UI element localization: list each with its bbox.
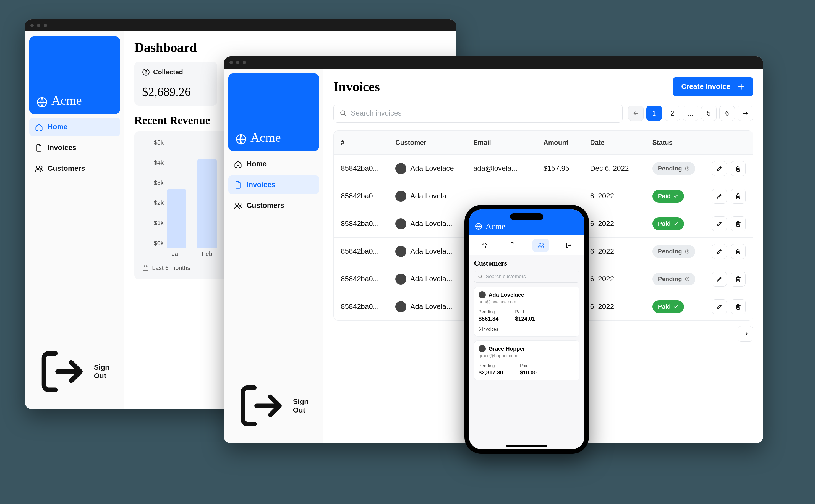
home-icon <box>481 242 488 249</box>
cell-date: 6, 2022 <box>590 219 652 228</box>
check-icon <box>674 194 678 199</box>
avatar <box>395 246 406 257</box>
phone-nav <box>469 235 585 255</box>
pending-label: Pending <box>479 309 499 314</box>
sidebar-item-invoices[interactable]: Invoices <box>228 175 319 194</box>
cell-status: Pending <box>653 245 707 258</box>
document-icon <box>35 144 43 152</box>
delete-button[interactable] <box>731 216 746 231</box>
edit-icon <box>716 303 723 310</box>
pager-page-button[interactable]: 1 <box>646 106 662 121</box>
cell-customer: Ada Lovelace <box>395 163 473 174</box>
calendar-icon <box>142 265 149 271</box>
svg-point-1 <box>36 166 39 169</box>
ytick: $2k <box>142 199 164 206</box>
edit-button[interactable] <box>712 189 727 204</box>
sidebar-item-label: Home <box>48 123 67 131</box>
search-placeholder: Search invoices <box>351 109 402 117</box>
brand-name: Acme <box>51 93 82 108</box>
pager-prev-button[interactable] <box>628 106 644 121</box>
paid-label: Paid <box>515 309 535 314</box>
sign-out-button[interactable]: Sign Out <box>228 374 319 438</box>
revenue-bar <box>197 159 217 248</box>
cell-customer: Ada Lovela... <box>395 274 473 285</box>
cell-status: Paid <box>653 300 707 313</box>
create-invoice-button[interactable]: Create Invoice <box>673 77 753 96</box>
delete-button[interactable] <box>731 244 746 259</box>
arrow-right-icon <box>742 110 748 116</box>
nav-signout[interactable] <box>560 239 577 252</box>
edit-button[interactable] <box>712 244 727 259</box>
delete-button[interactable] <box>731 161 746 176</box>
collected-card: Collected $2,689.26 <box>134 62 217 106</box>
sidebar-item-label: Invoices <box>247 180 275 189</box>
paid-label: Paid <box>520 363 537 368</box>
cell-date: Dec 6, 2022 <box>590 164 652 173</box>
delete-button[interactable] <box>731 272 746 287</box>
cell-customer: Ada Lovela... <box>395 246 473 257</box>
sidebar-item-label: Customers <box>48 164 85 173</box>
document-icon <box>509 242 516 249</box>
delete-button[interactable] <box>731 189 746 204</box>
cell-customer: Ada Lovela... <box>395 301 473 312</box>
pager-page-button[interactable]: 2 <box>665 106 680 121</box>
clock-icon <box>685 166 690 171</box>
svg-point-11 <box>539 243 541 245</box>
sidebar: Acme Home Invoices Customers Sign Out <box>224 69 323 443</box>
sidebar-item-home[interactable]: Home <box>228 155 319 173</box>
window-dot <box>243 61 246 64</box>
brand-tile: Acme <box>29 36 120 114</box>
ytick: $0k <box>142 240 164 247</box>
pager-page-button[interactable]: ... <box>683 106 698 121</box>
search-input[interactable]: Search invoices <box>333 104 623 123</box>
pending-label: Pending <box>479 363 503 368</box>
trash-icon <box>735 193 741 199</box>
edit-button[interactable] <box>712 161 727 176</box>
edit-icon <box>716 193 723 199</box>
sign-out-label: Sign Out <box>94 363 114 380</box>
pager-next-button[interactable] <box>738 326 753 342</box>
xtick: Jan <box>172 250 181 258</box>
xtick: Feb <box>202 250 212 258</box>
sidebar-item-home[interactable]: Home <box>29 118 120 136</box>
phone-notch <box>510 213 543 220</box>
sign-out-button[interactable]: Sign Out <box>29 339 120 404</box>
customer-email: grace@hopper.com <box>479 353 575 358</box>
arrow-left-icon <box>633 110 639 116</box>
cell-id: 85842ba0... <box>341 164 395 173</box>
edit-icon <box>716 165 723 172</box>
delete-button[interactable] <box>731 299 746 314</box>
sidebar-item-label: Invoices <box>48 143 76 152</box>
col-header: # <box>341 139 395 146</box>
clock-icon <box>685 277 690 282</box>
pending-value: $2,817.30 <box>479 369 503 376</box>
titlebar <box>25 19 456 31</box>
page-title: Invoices <box>333 79 380 94</box>
nav-customers[interactable] <box>533 239 549 252</box>
edit-button[interactable] <box>712 216 727 231</box>
sidebar-item-customers[interactable]: Customers <box>228 196 319 215</box>
cell-date: 6, 2022 <box>590 275 652 283</box>
ytick: $4k <box>142 159 164 166</box>
sidebar-item-invoices[interactable]: Invoices <box>29 138 120 157</box>
customer-card[interactable]: Grace Hopper grace@hopper.com Pending$2,… <box>474 340 580 380</box>
phone-search-input[interactable]: Search customers <box>474 271 580 283</box>
check-icon <box>674 221 678 226</box>
nav-home[interactable] <box>476 239 493 252</box>
pager-page-button[interactable]: 6 <box>719 106 735 121</box>
edit-button[interactable] <box>712 299 727 314</box>
col-header: Email <box>473 139 544 146</box>
nav-invoices[interactable] <box>504 239 521 252</box>
edit-button[interactable] <box>712 272 727 287</box>
revenue-footer: Last 6 months <box>152 264 190 272</box>
svg-point-12 <box>479 275 482 278</box>
pager-page-button[interactable]: 5 <box>701 106 717 121</box>
pager-next-button[interactable] <box>738 106 753 121</box>
edit-icon <box>716 221 723 227</box>
collected-value: $2,689.26 <box>142 85 209 99</box>
sidebar-item-customers[interactable]: Customers <box>29 159 120 178</box>
money-icon <box>142 68 150 76</box>
customer-name: Grace Hopper <box>489 346 525 352</box>
cell-date: 6, 2022 <box>590 302 652 311</box>
customer-card[interactable]: Ada Lovelace ada@lovelace.com Pending$56… <box>474 287 580 337</box>
